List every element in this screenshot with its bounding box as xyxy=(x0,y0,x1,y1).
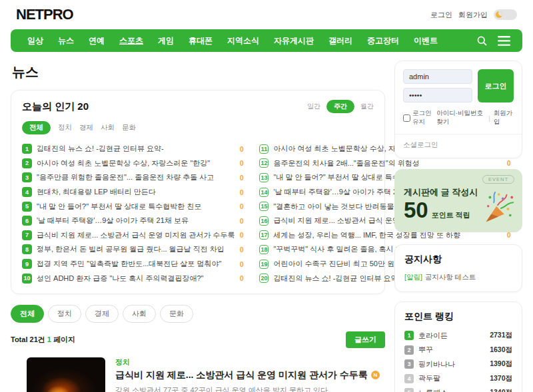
ranking-name[interactable]: 호라이든 xyxy=(418,331,448,341)
nav-item[interactable]: 지역소식 xyxy=(220,35,266,47)
popular-item[interactable]: 2 아시아 여성 최초 노벨문학상 수상, 자랑스러운 "한강" 0 xyxy=(22,156,243,171)
popular-category-tab[interactable]: 정치 xyxy=(58,123,72,132)
login-link[interactable]: 로그인 xyxy=(430,10,452,20)
rank-badge: 14 xyxy=(259,188,268,197)
rank-badge: 5 xyxy=(22,202,32,212)
menu-button[interactable] xyxy=(498,36,510,46)
ranking-card: 포인트 랭킹 1 호라이든 2731점 2 뿌꾸 1630점 xyxy=(394,301,522,392)
ranking-rank-badge: 4 xyxy=(404,374,414,383)
popular-category-tab[interactable]: 경제 xyxy=(79,123,93,132)
divider xyxy=(395,134,522,134)
popular-category-tab[interactable]: 문화 xyxy=(122,123,136,132)
ranking-rank-badge: 3 xyxy=(404,359,414,369)
nav-item[interactable]: 자유게시판 xyxy=(266,35,321,47)
signup-link[interactable]: 회원가입 xyxy=(458,10,488,20)
rank-badge: 6 xyxy=(22,216,32,226)
period-tab[interactable]: 월간 xyxy=(360,102,374,111)
period-tab[interactable]: 주간 xyxy=(326,100,354,113)
dark-mode-toggle[interactable] xyxy=(494,9,517,20)
category-filter[interactable]: 정치 xyxy=(48,305,81,323)
notice-tag: [알림] xyxy=(404,273,422,282)
nav-item[interactable]: 일상 xyxy=(20,35,51,47)
article-title[interactable]: 급식비 지원 제로... 소방관서 급식 운영 미지원 관서가 수두룩 xyxy=(115,369,368,381)
popular-item-title[interactable]: 현대차, 최대용량 LEP 배터리 만든다 xyxy=(37,187,235,197)
find-account-link[interactable]: 아이디·비밀번호 찾기 xyxy=(436,109,485,126)
article-category[interactable]: 정치 xyxy=(115,357,385,367)
nav-item[interactable]: 중고장터 xyxy=(360,35,406,47)
party-popper-icon xyxy=(478,188,517,227)
popular-item[interactable]: 9 접경 지역 주민 "일촉즉발 한반도...대북전단 살포 멈춰야" 0 xyxy=(22,257,243,272)
event-banner[interactable]: EVENT 게시판에 글 작성시 50 포인트 적립 xyxy=(394,169,522,232)
nav-item[interactable]: 스포츠 xyxy=(112,35,151,47)
category-filter[interactable]: 전체 xyxy=(11,305,44,323)
site-logo[interactable]: NETPRO xyxy=(16,6,73,23)
ranking-name[interactable]: 곽두팔 xyxy=(418,373,440,383)
login-card: 로그인 로그인유지 아이디·비밀번호 찾기 | 회원가입 소셜로그인 xyxy=(394,61,522,158)
ranking-list: 1 호라이든 2731점 2 뿌꾸 1630점 3 핑키바나나 1390점 xyxy=(404,331,512,392)
ranking-name[interactable]: 노룩페스 xyxy=(418,388,448,392)
popular-item-count: 0 xyxy=(240,274,244,282)
ranking-name[interactable]: 핑키바나나 xyxy=(418,359,455,369)
nav-item[interactable]: 연예 xyxy=(81,35,112,47)
event-points: 50 xyxy=(404,199,428,221)
popular-item[interactable]: 3 "음주만큼 위험한 졸음운전"... 졸음운전 차량 추돌 사고 0 xyxy=(22,170,243,185)
popular-item-title[interactable]: 접경 지역 주민 "일촉즉발 한반도...대북전단 살포 멈춰야" xyxy=(37,259,235,269)
rank-badge: 20 xyxy=(259,274,268,283)
ranking-points: 1340점 xyxy=(490,388,512,392)
nav-item[interactable]: 갤러리 xyxy=(321,35,360,47)
rank-badge: 1 xyxy=(22,144,32,154)
signup-link-sidebar[interactable]: 회원가입 xyxy=(494,109,514,126)
popular-item-count: 0 xyxy=(240,246,244,254)
password-input[interactable] xyxy=(403,88,472,102)
category-filter[interactable]: 사회 xyxy=(123,305,156,323)
popular-item-count: 0 xyxy=(240,159,244,167)
popular-item[interactable]: 10 성인 ADHD 환자 급증 "나도 혹시 주의력결핍장애?" 0 xyxy=(22,271,243,286)
popular-item[interactable]: 7 급식비 지원 제로... 소방관서 급식 운영 미지원 관서가 수두룩 0 xyxy=(22,228,243,243)
article-thumbnail[interactable] xyxy=(27,357,105,392)
popular-item[interactable]: 5 "내 말 안 들어?" 부천서 딸 상대로 특수협박한 친모 0 xyxy=(22,199,243,214)
search-button[interactable] xyxy=(476,35,488,47)
nav-item[interactable]: 게임 xyxy=(151,35,181,47)
event-badge: EVENT xyxy=(482,175,514,184)
keep-login-checkbox[interactable] xyxy=(403,114,410,122)
ranking-rank-badge: 5 xyxy=(404,388,414,392)
nav-item[interactable]: 휴대폰 xyxy=(181,35,220,47)
period-tab[interactable]: 일간 xyxy=(307,102,320,111)
popular-category-tab[interactable]: 사회 xyxy=(101,123,115,132)
popular-item[interactable]: 6 '날 때부터 주택왕'…9살 아이가 주택 21채 보유 0 xyxy=(22,214,243,228)
category-filter[interactable]: 경제 xyxy=(85,305,119,323)
board-total: Total 21건 1 페이지 xyxy=(11,335,75,345)
ranking-name[interactable]: 뿌꾸 xyxy=(418,345,433,355)
popular-item[interactable]: 8 정부, 한은서 돈 빌려 공무원 월급 줬다... 월급날 직전 차입 0 xyxy=(22,242,243,257)
popular-item[interactable]: 1 김태진의 뉴스 쇼! -김현균 인터뷰 요약- 0 xyxy=(22,142,243,156)
nav-item[interactable]: 이벤트 xyxy=(406,35,445,47)
popular-item-title[interactable]: 정부, 한은서 돈 빌려 공무원 월급 줬다... 월급날 직전 차입 xyxy=(37,244,235,254)
username-input[interactable] xyxy=(403,69,472,84)
write-button[interactable]: 글쓰기 xyxy=(346,331,385,348)
popular-item-title[interactable]: 성인 ADHD 환자 급증 "나도 혹시 주의력결핍장애?" xyxy=(37,274,235,284)
ranking-item: 2 뿌꾸 1630점 xyxy=(404,345,512,355)
login-button[interactable]: 로그인 xyxy=(478,69,514,102)
notice-item[interactable]: [알림] 공지사항 테스트 xyxy=(404,273,512,282)
popular-item-title[interactable]: "음주만큼 위험한 졸음운전"... 졸음운전 차량 추돌 사고 xyxy=(37,172,235,182)
ranking-item: 3 핑키바나나 1390점 xyxy=(404,359,512,369)
popular-item-title[interactable]: '날 때부터 주택왕'…9살 아이가 주택 21채 보유 xyxy=(37,216,235,226)
popular-title: 오늘의 인기 20 xyxy=(22,100,89,113)
popular-item[interactable]: 4 현대차, 최대용량 LEP 배터리 만든다 0 xyxy=(22,185,243,200)
popular-item-title[interactable]: 아시아 여성 최초 노벨문학상 수상, 자랑스러운 "한강" xyxy=(37,158,235,168)
keep-login-label[interactable]: 로그인유지 xyxy=(403,109,436,126)
popular-item-count: 0 xyxy=(240,231,244,239)
article-row: 정치 급식비 지원 제로... 소방관서 급식 운영 미지원 관서가 수두룩 N… xyxy=(11,357,385,392)
event-points-label: 포인트 적립 xyxy=(432,210,470,220)
notice-item-title[interactable]: 공지사항 테스트 xyxy=(425,273,476,282)
popular-item-count: 0 xyxy=(240,202,244,210)
nav-item[interactable]: 뉴스 xyxy=(51,35,81,47)
popular-item-title[interactable]: 급식비 지원 제로... 소방관서 급식 운영 미지원 관서가 수두룩 xyxy=(37,230,235,240)
ranking-points: 1370점 xyxy=(490,374,512,383)
header: NETPRO 로그인 회원가입 xyxy=(0,0,533,29)
category-filter[interactable]: 문화 xyxy=(160,305,193,323)
popular-item-title[interactable]: "내 말 안 들어?" 부천서 딸 상대로 특수협박한 친모 xyxy=(37,202,235,212)
popular-list: 1 김태진의 뉴스 쇼! -김현균 인터뷰 요약- 0 2 아시아 여성 최초 … xyxy=(22,142,374,286)
popular-category-tab[interactable]: 전체 xyxy=(22,121,51,134)
popular-item-title[interactable]: 김태진의 뉴스 쇼! -김현균 인터뷰 요약- xyxy=(37,144,235,154)
